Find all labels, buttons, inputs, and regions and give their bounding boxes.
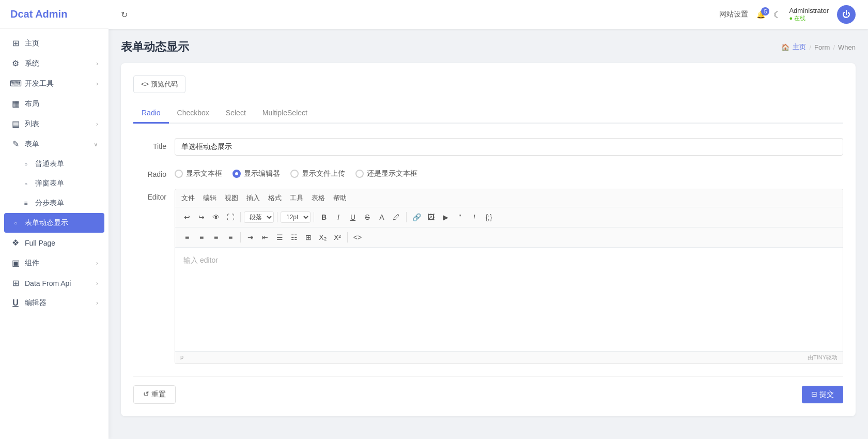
refresh-icon[interactable]: ↻ (121, 10, 128, 20)
settings-link[interactable]: 网站设置 (719, 10, 748, 19)
indent-button[interactable]: ⇥ (244, 231, 257, 244)
notification-bell[interactable]: 🔔 5 (756, 10, 765, 19)
editor-body[interactable]: 输入 editor (175, 248, 843, 351)
tab-radio[interactable]: Radio (133, 103, 169, 124)
reset-button[interactable]: ↺ 重置 (133, 385, 176, 404)
media-button[interactable]: ▶ (439, 210, 452, 224)
sidebar-item-form[interactable]: ✎ 表单 ∨ (0, 134, 109, 154)
system-icon: ⚙ (10, 58, 21, 68)
table-button[interactable]: ⊞ (302, 231, 315, 244)
tab-select[interactable]: Select (218, 103, 254, 124)
image-button[interactable]: 🖼 (424, 210, 438, 224)
radio-option-2[interactable]: 显示编辑器 (233, 169, 280, 178)
tab-multiselect[interactable]: MultipleSelect (254, 103, 316, 124)
notification-badge: 5 (761, 7, 769, 16)
highlight-button[interactable]: 🖊 (390, 210, 403, 224)
radio-option-1[interactable]: 显示文本框 (175, 169, 222, 178)
menu-help[interactable]: 帮助 (333, 193, 347, 203)
underline-button[interactable]: U (346, 210, 360, 224)
separator (277, 212, 277, 222)
sidebar-item-label: 编辑器 (25, 298, 96, 308)
blockquote-button[interactable]: " (453, 210, 467, 224)
sidebar-item-step-form[interactable]: ≡ 分步表单 (0, 193, 109, 213)
italic-button[interactable]: I (332, 210, 345, 224)
page-title: 表单动态显示 (121, 39, 189, 55)
numlist-button[interactable]: ☷ (287, 231, 301, 244)
sidebar-item-layout[interactable]: ▦ 布局 (0, 94, 109, 114)
sidebar-item-normal-form[interactable]: ○ 普通表单 (0, 154, 109, 174)
radio-option-3[interactable]: 显示文件上传 (290, 169, 345, 178)
sidebar-item-system[interactable]: ⚙ 系统 › (0, 53, 109, 73)
menu-edit[interactable]: 编辑 (203, 193, 216, 203)
sidebar-item-label: 表单 (25, 140, 94, 149)
table-icon: ▤ (10, 119, 21, 129)
submit-button[interactable]: ⊟ 提交 (802, 386, 843, 403)
preview-button[interactable]: 👁 (209, 210, 223, 224)
chevron-right-icon: › (96, 299, 98, 307)
strikethrough-button[interactable]: S (361, 210, 374, 224)
sidebar-menu: ⊞ 主页 ⚙ 系统 › ⌨ 开发工具 › ▦ 布局 ▤ 列表 › ✎ 表单 ∨ (0, 29, 109, 439)
header: ↻ 网站设置 🔔 5 ☾ Administrator ● 在线 ⏻ (109, 0, 868, 29)
undo-button[interactable]: ↩ (180, 210, 194, 224)
subscript-button[interactable]: X₂ (316, 231, 330, 244)
fontcolor-button[interactable]: A (375, 210, 389, 224)
title-control (175, 138, 843, 156)
sidebar-item-devtools[interactable]: ⌨ 开发工具 › (0, 73, 109, 94)
radio-label-2: 显示编辑器 (244, 169, 280, 178)
radio-option-4[interactable]: 还是显示文本框 (355, 169, 417, 178)
menu-tools[interactable]: 工具 (290, 193, 303, 203)
bullist-button[interactable]: ☰ (273, 231, 286, 244)
user-info[interactable]: Administrator ● 在线 (789, 7, 829, 22)
code-button[interactable]: {;} (482, 210, 495, 224)
breadcrumb-home[interactable]: 主页 (793, 42, 806, 52)
radio-row: Radio 显示文本框 显示编辑器 显示文件上传 (133, 166, 843, 178)
sidebar-item-modal-form[interactable]: ○ 弹窗表单 (0, 174, 109, 193)
fontsize-select[interactable]: 12pt (281, 211, 311, 223)
menu-view[interactable]: 视图 (225, 193, 238, 203)
source-button[interactable]: <> (351, 231, 364, 244)
menu-file[interactable]: 文件 (181, 193, 195, 203)
sidebar-item-table[interactable]: ▤ 列表 › (0, 114, 109, 134)
circle-icon: ○ (21, 181, 31, 187)
sidebar-item-editor[interactable]: U 编辑器 › (0, 293, 109, 313)
theme-toggle-icon[interactable]: ☾ (773, 10, 781, 20)
sidebar-item-label: 组件 (25, 259, 96, 268)
fullscreen-button[interactable]: ⛶ (224, 210, 237, 224)
superscript-button[interactable]: X² (331, 231, 344, 244)
editor-powered-by: 由TINY驱动 (808, 354, 838, 361)
radio-circle-3 (290, 170, 299, 178)
sidebar-item-label: 系统 (25, 59, 96, 68)
align-center-button[interactable]: ≡ (195, 231, 208, 244)
radio-label-4: 还是显示文本框 (367, 169, 417, 178)
align-left-button[interactable]: ≡ (180, 231, 194, 244)
menu-table[interactable]: 表格 (312, 193, 325, 203)
italic2-button[interactable]: I (468, 210, 481, 224)
sidebar-item-label: 弹窗表单 (35, 179, 98, 188)
sidebar-item-datafromapi[interactable]: ⊞ Data From Api › (0, 273, 109, 293)
bold-button[interactable]: B (317, 210, 331, 224)
sidebar-item-label: Full Page (25, 239, 98, 247)
sidebar-item-fullpage[interactable]: ❖ Full Page (0, 233, 109, 253)
radio-label: Radio (133, 166, 175, 178)
sidebar-item-home[interactable]: ⊞ 主页 (0, 33, 109, 53)
circle-icon: ○ (21, 161, 31, 167)
separator (314, 212, 314, 222)
sidebar-item-dynamic-form[interactable]: ○ 表单动态显示 (4, 213, 104, 233)
menu-format[interactable]: 格式 (268, 193, 282, 203)
avatar[interactable]: ⏻ (837, 5, 856, 24)
link-button[interactable]: 🔗 (410, 210, 423, 224)
paragraph-select[interactable]: 段落 (244, 211, 274, 223)
sidebar-item-widgets[interactable]: ▣ 组件 › (0, 253, 109, 273)
tab-checkbox[interactable]: Checkbox (169, 103, 218, 124)
menu-insert[interactable]: 插入 (246, 193, 260, 203)
title-input[interactable] (175, 138, 843, 156)
page-header: 表单动态显示 🏠 主页 / Form / When (121, 39, 856, 55)
align-justify-button[interactable]: ≡ (224, 231, 237, 244)
sidebar-item-label: 列表 (25, 119, 96, 129)
redo-button[interactable]: ↪ (195, 210, 208, 224)
header-left: ↻ (121, 10, 128, 20)
align-right-button[interactable]: ≡ (209, 231, 223, 244)
preview-code-button[interactable]: <> 预览代码 (133, 75, 185, 93)
tab-bar: Radio Checkbox Select MultipleSelect (133, 103, 843, 124)
outdent-button[interactable]: ⇤ (258, 231, 272, 244)
